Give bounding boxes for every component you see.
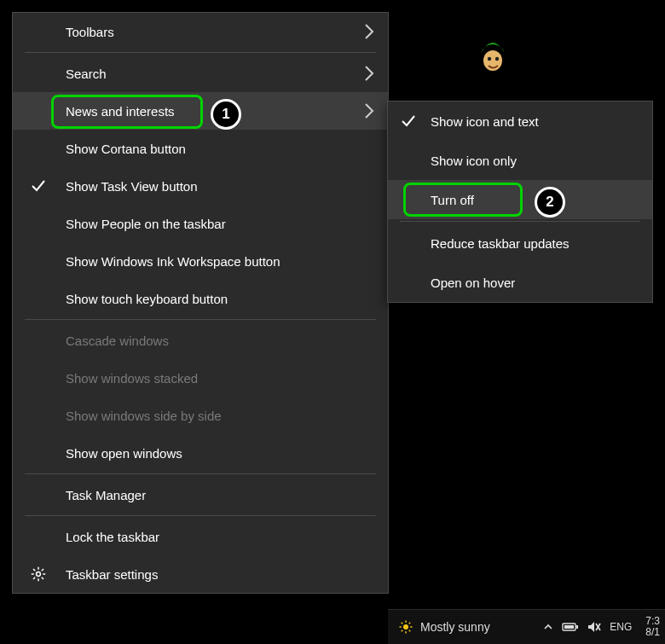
news-and-interests-submenu: Show icon and text Show icon only Turn o…	[387, 101, 653, 303]
menu-item-show-cortana-button[interactable]: Show Cortana button	[13, 130, 388, 167]
menu-item-label: Show Cortana button	[66, 142, 186, 156]
taskbar: Mostly sunny ENG 7:3 8/1	[388, 609, 665, 644]
menu-item-show-task-view-button[interactable]: Show Task View button	[13, 167, 388, 205]
menu-item-taskbar-settings[interactable]: Taskbar settings	[13, 555, 388, 593]
svg-line-10	[33, 577, 35, 579]
svg-rect-23	[564, 625, 574, 629]
svg-line-20	[409, 623, 411, 624]
volume-icon[interactable]	[587, 621, 601, 633]
menu-separator	[25, 515, 376, 516]
weather-text: Mostly sunny	[420, 620, 490, 634]
menu-item-label: Lock the taskbar	[66, 530, 159, 544]
menu-item-label: Search	[66, 67, 107, 81]
menu-item-label: Task Manager	[66, 488, 146, 502]
menu-separator	[25, 52, 376, 53]
menu-item-show-ink-workspace[interactable]: Show Windows Ink Workspace button	[13, 242, 388, 280]
svg-point-2	[495, 57, 499, 61]
chevron-right-icon	[364, 102, 374, 119]
svg-point-12	[403, 624, 408, 629]
menu-item-search[interactable]: Search	[13, 55, 388, 92]
menu-item-label: Show open windows	[66, 446, 182, 461]
svg-rect-22	[576, 625, 578, 629]
submenu-item-label: Show icon and text	[431, 114, 539, 129]
gear-icon	[31, 566, 46, 582]
menu-separator	[25, 319, 376, 320]
submenu-item-label: Open on hover	[431, 276, 515, 290]
menu-item-label: Toolbars	[66, 25, 114, 39]
menu-item-label: Show touch keyboard button	[66, 292, 228, 306]
svg-line-18	[409, 630, 411, 632]
desktop-avatar	[477, 36, 508, 73]
menu-item-label: Show windows stacked	[66, 371, 198, 386]
menu-item-label: News and interests	[66, 104, 175, 119]
clock-date: 8/1	[645, 627, 660, 638]
menu-item-label: Show Task View button	[66, 179, 198, 194]
menu-item-show-touch-keyboard[interactable]: Show touch keyboard button	[13, 280, 388, 317]
svg-line-8	[33, 569, 35, 571]
chevron-right-icon	[364, 23, 374, 40]
menu-item-task-manager[interactable]: Task Manager	[13, 476, 388, 513]
menu-item-label: Taskbar settings	[66, 567, 158, 582]
menu-item-label: Cascade windows	[66, 334, 169, 348]
battery-icon[interactable]	[562, 622, 579, 632]
menu-separator	[400, 221, 640, 222]
avatar-icon	[477, 36, 508, 73]
menu-item-label: Show windows side by side	[66, 409, 222, 423]
sun-icon	[398, 619, 413, 635]
menu-item-toolbars[interactable]: Toolbars	[13, 13, 388, 50]
language-indicator[interactable]: ENG	[610, 621, 632, 633]
submenu-item-show-icon-and-text[interactable]: Show icon and text	[388, 102, 652, 141]
submenu-item-label: Show icon only	[431, 154, 517, 168]
submenu-item-open-on-hover[interactable]: Open on hover	[388, 263, 652, 302]
menu-item-cascade-windows: Cascade windows	[13, 322, 388, 359]
chevron-right-icon	[364, 65, 374, 82]
submenu-item-reduce-taskbar-updates[interactable]: Reduce taskbar updates	[388, 223, 652, 263]
submenu-item-show-icon-only[interactable]: Show icon only	[388, 141, 652, 180]
menu-item-show-open-windows[interactable]: Show open windows	[13, 434, 388, 472]
svg-point-1	[488, 57, 491, 61]
system-tray: ENG 7:3 8/1	[543, 616, 665, 637]
taskbar-clock[interactable]: 7:3 8/1	[640, 616, 660, 637]
menu-separator	[25, 473, 376, 474]
submenu-item-label: Turn off	[431, 193, 474, 207]
menu-item-label: Show People on the taskbar	[66, 217, 226, 231]
checkmark-icon	[31, 178, 46, 194]
menu-item-show-windows-side-by-side: Show windows side by side	[13, 397, 388, 434]
svg-point-3	[37, 572, 41, 577]
taskbar-weather[interactable]: Mostly sunny	[388, 619, 500, 635]
submenu-item-turn-off[interactable]: Turn off 2	[388, 180, 652, 219]
submenu-item-label: Reduce taskbar updates	[431, 236, 570, 251]
menu-item-show-windows-stacked: Show windows stacked	[13, 359, 388, 397]
menu-item-show-people[interactable]: Show People on the taskbar	[13, 205, 388, 242]
checkmark-icon	[401, 113, 416, 129]
menu-item-lock-the-taskbar[interactable]: Lock the taskbar	[13, 518, 388, 555]
menu-item-label: Show Windows Ink Workspace button	[66, 254, 280, 269]
tray-chevron-up-icon[interactable]	[543, 622, 553, 632]
taskbar-context-menu: Toolbars Search News and interests 1 Sho…	[12, 12, 389, 594]
annotation-badge-1: 1	[211, 99, 241, 130]
menu-item-news-and-interests[interactable]: News and interests 1	[13, 92, 388, 130]
annotation-badge-2: 2	[535, 187, 565, 218]
svg-line-11	[42, 569, 43, 571]
svg-line-19	[402, 630, 403, 632]
svg-line-17	[402, 623, 403, 624]
svg-line-9	[42, 577, 43, 579]
